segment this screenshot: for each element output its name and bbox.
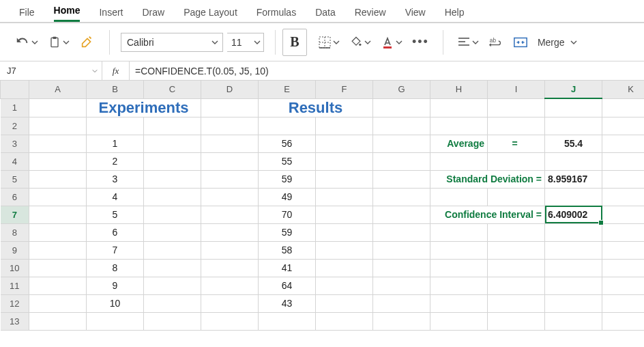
ribbon-toolbar: Calibri 11 B ••• ab	[0, 23, 644, 61]
merge-label: Merge	[535, 37, 565, 48]
row-head-7[interactable]: 7	[1, 206, 29, 223]
row-head-4[interactable]: 4	[1, 152, 29, 170]
col-head-B[interactable]: B	[87, 81, 144, 98]
tab-formulas[interactable]: Formulas	[257, 7, 296, 22]
row-head-13[interactable]: 13	[1, 312, 29, 330]
tab-data[interactable]: Data	[315, 7, 336, 22]
cell-B4[interactable]: 2	[87, 152, 144, 170]
label-confint: Confidence Interval =	[430, 206, 545, 223]
chevron-down-icon	[570, 39, 577, 46]
align-left-button[interactable]	[454, 32, 482, 53]
cell-B3[interactable]: 1	[87, 135, 144, 152]
cell-E8[interactable]: 59	[259, 223, 316, 241]
cell-B5[interactable]: 3	[87, 170, 144, 188]
cell-J7-confint[interactable]: 6.409002	[545, 206, 602, 223]
row-head-11[interactable]: 11	[1, 277, 29, 294]
svg-rect-0	[51, 38, 58, 46]
cell-E6[interactable]: 49	[259, 188, 316, 206]
more-options-button[interactable]: •••	[409, 32, 432, 53]
cell-B8[interactable]: 6	[87, 223, 144, 241]
tab-view[interactable]: View	[405, 7, 426, 22]
formula-bar: J7 fx =CONFIDENCE.T(0.05, J5, 10)	[0, 61, 644, 81]
cell-B7[interactable]: 5	[87, 206, 144, 223]
title-experiments: Experiments	[87, 98, 201, 117]
undo-button[interactable]	[12, 32, 41, 53]
font-size-select[interactable]: 11	[227, 33, 264, 52]
tab-file[interactable]: File	[19, 7, 35, 22]
col-head-I[interactable]: I	[488, 81, 545, 98]
row-head-2[interactable]: 2	[1, 117, 29, 135]
clipboard-button[interactable]	[45, 32, 72, 53]
row-head-1[interactable]: 1	[1, 98, 29, 117]
label-average-h: Average	[430, 135, 488, 152]
cell-E10[interactable]: 41	[259, 259, 316, 277]
tab-review[interactable]: Review	[355, 7, 386, 22]
tab-help[interactable]: Help	[445, 7, 465, 22]
row-head-3[interactable]: 3	[1, 135, 29, 152]
col-head-E[interactable]: E	[259, 81, 316, 98]
label-average-i: =	[488, 135, 545, 152]
tab-page-layout[interactable]: Page Layout	[184, 7, 237, 22]
col-head-G[interactable]: G	[373, 81, 430, 98]
tab-home[interactable]: Home	[54, 5, 80, 22]
cell-E3[interactable]: 56	[259, 135, 316, 152]
col-head-F[interactable]: F	[316, 81, 373, 98]
font-name-value: Calibri	[127, 37, 154, 48]
borders-button[interactable]	[315, 32, 342, 53]
cell-B10[interactable]: 8	[87, 259, 144, 277]
name-box[interactable]: J7	[0, 61, 102, 80]
font-size-value: 11	[231, 37, 242, 48]
cell-E4[interactable]: 55	[259, 152, 316, 170]
cell-E5[interactable]: 59	[259, 170, 316, 188]
ribbon-tabs: File Home Insert Draw Page Layout Formul…	[0, 0, 644, 23]
cell-J3-average[interactable]: 55.4	[545, 135, 602, 152]
name-box-value: J7	[7, 66, 16, 76]
font-name-select[interactable]: Calibri	[121, 33, 223, 52]
cell-B6[interactable]: 4	[87, 188, 144, 206]
cell-E11[interactable]: 64	[259, 277, 316, 294]
svg-rect-1	[53, 36, 57, 38]
cell-B12[interactable]: 10	[87, 294, 144, 312]
insert-function-button[interactable]: fx	[102, 61, 130, 80]
svg-rect-12	[514, 38, 527, 46]
wrap-text-button[interactable]: ab	[486, 32, 506, 53]
merge-center-button[interactable]	[510, 32, 531, 53]
cell-E9[interactable]: 58	[259, 241, 316, 259]
cell-J5-stddev[interactable]: 8.959167	[545, 170, 602, 188]
fill-color-button[interactable]	[347, 32, 374, 53]
col-head-C[interactable]: C	[144, 81, 201, 98]
tab-draw[interactable]: Draw	[142, 7, 164, 22]
tab-insert[interactable]: Insert	[99, 7, 123, 22]
col-head-J[interactable]: J	[545, 81, 602, 98]
cell-E12[interactable]: 43	[259, 294, 316, 312]
svg-point-6	[359, 43, 361, 45]
col-head-K[interactable]: K	[602, 81, 645, 98]
cell-E7[interactable]: 70	[259, 206, 316, 223]
col-head-A[interactable]: A	[29, 81, 87, 98]
col-head-H[interactable]: H	[430, 81, 488, 98]
row-head-8[interactable]: 8	[1, 223, 29, 241]
format-painter-button[interactable]	[76, 32, 98, 53]
title-results: Results	[259, 98, 373, 117]
row-head-10[interactable]: 10	[1, 259, 29, 277]
svg-text:ab: ab	[490, 38, 497, 44]
spreadsheet-grid[interactable]: A B C D E F G H I J K 1 Experiments Resu…	[0, 81, 644, 331]
row-head-6[interactable]: 6	[1, 188, 29, 206]
bold-button[interactable]: B	[282, 29, 307, 56]
label-stddev: Standard Deviation =	[430, 170, 545, 188]
font-color-button[interactable]	[378, 32, 405, 53]
col-head-D[interactable]: D	[201, 81, 259, 98]
row-head-12[interactable]: 12	[1, 294, 29, 312]
formula-input[interactable]: =CONFIDENCE.T(0.05, J5, 10)	[130, 61, 644, 80]
svg-rect-7	[383, 46, 392, 48]
row-head-9[interactable]: 9	[1, 241, 29, 259]
cell-B9[interactable]: 7	[87, 241, 144, 259]
row-head-5[interactable]: 5	[1, 170, 29, 188]
select-all-cell[interactable]	[1, 81, 29, 98]
cell-B11[interactable]: 9	[87, 277, 144, 294]
